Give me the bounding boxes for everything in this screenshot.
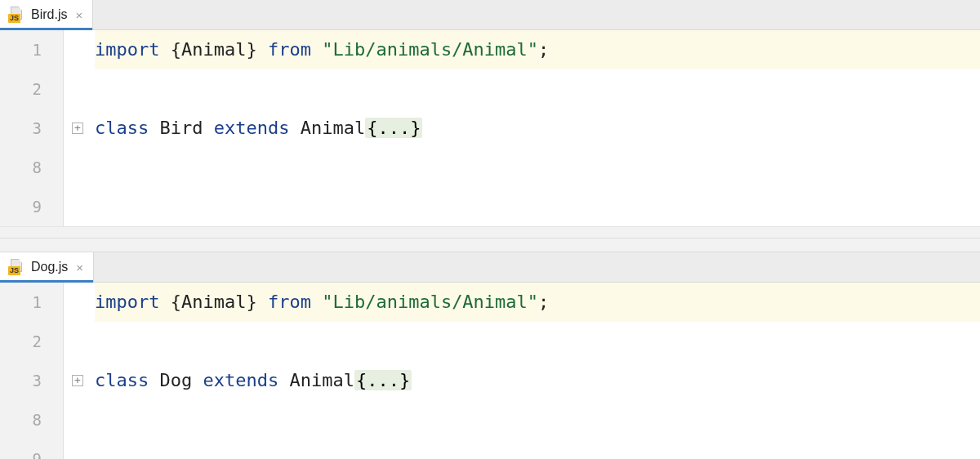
token-punct: } bbox=[246, 39, 268, 60]
js-file-icon: JS bbox=[8, 259, 24, 275]
token-kw: class bbox=[95, 118, 159, 138]
token-kw: from bbox=[268, 39, 322, 60]
close-icon[interactable]: × bbox=[74, 8, 84, 22]
token-punct: ; bbox=[538, 39, 549, 60]
js-file-icon: JS bbox=[8, 7, 24, 23]
editor-body[interactable]: 1 2 3 8 9 import {Animal} from "Lib/anim… bbox=[0, 283, 980, 459]
token-kw: class bbox=[95, 370, 159, 390]
code-line[interactable]: import {Animal} from "Lib/animals/Animal… bbox=[95, 283, 980, 322]
split-divider[interactable] bbox=[0, 238, 980, 252]
scroll-strip bbox=[0, 226, 980, 238]
gutter: 1 2 3 8 9 bbox=[0, 283, 64, 459]
token-kw: from bbox=[268, 292, 322, 312]
file-tab[interactable]: JS Dog.js × bbox=[0, 252, 94, 282]
token-punct: } bbox=[246, 292, 268, 312]
line-number: 8 bbox=[0, 148, 63, 187]
code-line[interactable] bbox=[95, 400, 980, 439]
file-tab[interactable]: JS Bird.js × bbox=[0, 0, 93, 29]
code-line[interactable]: +class Bird extends Animal{...} bbox=[95, 109, 980, 148]
token-id-cls: Animal bbox=[181, 292, 246, 312]
token-id-cls: Animal bbox=[289, 370, 354, 390]
token-id-cls: Bird bbox=[159, 118, 213, 138]
code-line[interactable] bbox=[95, 69, 980, 109]
token-id-cls: Animal bbox=[181, 39, 246, 60]
line-number: 9 bbox=[0, 439, 63, 459]
code-line[interactable]: import {Animal} from "Lib/animals/Animal… bbox=[95, 30, 980, 69]
line-number: 2 bbox=[0, 322, 63, 361]
code-line[interactable] bbox=[95, 322, 980, 361]
line-number: 3 bbox=[0, 361, 63, 400]
token-kw: import bbox=[95, 39, 171, 60]
token-id-cls: Animal bbox=[301, 118, 365, 138]
token-kw: extends bbox=[214, 118, 301, 138]
token-punct: { bbox=[171, 292, 181, 312]
code-line[interactable] bbox=[95, 187, 980, 226]
line-number: 9 bbox=[0, 187, 63, 226]
line-number: 2 bbox=[0, 69, 63, 109]
close-icon[interactable]: × bbox=[74, 261, 85, 274]
editor-pane-0: JS Bird.js × 1 2 3 8 9 import {Animal} f… bbox=[0, 0, 980, 238]
token-str: "Lib/animals/Animal" bbox=[322, 292, 538, 312]
token-folded: {...} bbox=[354, 370, 412, 390]
line-number: 1 bbox=[0, 283, 63, 322]
tab-filename: Bird.js bbox=[31, 7, 67, 22]
code-area[interactable]: import {Animal} from "Lib/animals/Animal… bbox=[64, 283, 980, 459]
line-number: 3 bbox=[0, 109, 63, 148]
gutter: 1 2 3 8 9 bbox=[0, 30, 64, 226]
line-number: 1 bbox=[0, 30, 63, 69]
token-id-cls: Dog bbox=[159, 370, 203, 390]
line-number: 8 bbox=[0, 400, 63, 439]
tab-filename: Dog.js bbox=[31, 260, 68, 274]
tab-bar: JS Dog.js × bbox=[0, 252, 980, 283]
token-kw: extends bbox=[203, 370, 289, 390]
code-line[interactable] bbox=[95, 148, 980, 187]
editor-pane-1: JS Dog.js × 1 2 3 8 9 import {Animal} fr… bbox=[0, 252, 980, 459]
code-area[interactable]: import {Animal} from "Lib/animals/Animal… bbox=[64, 30, 980, 226]
code-line[interactable]: +class Dog extends Animal{...} bbox=[95, 361, 980, 400]
token-punct: { bbox=[171, 39, 181, 60]
fold-toggle-icon[interactable]: + bbox=[72, 375, 83, 386]
code-line[interactable] bbox=[95, 439, 980, 459]
token-punct: ; bbox=[538, 292, 549, 312]
token-kw: import bbox=[95, 292, 171, 312]
tab-bar: JS Bird.js × bbox=[0, 0, 980, 30]
token-str: "Lib/animals/Animal" bbox=[322, 39, 538, 60]
fold-toggle-icon[interactable]: + bbox=[72, 123, 83, 134]
editor-body[interactable]: 1 2 3 8 9 import {Animal} from "Lib/anim… bbox=[0, 30, 980, 226]
token-folded: {...} bbox=[365, 118, 422, 138]
